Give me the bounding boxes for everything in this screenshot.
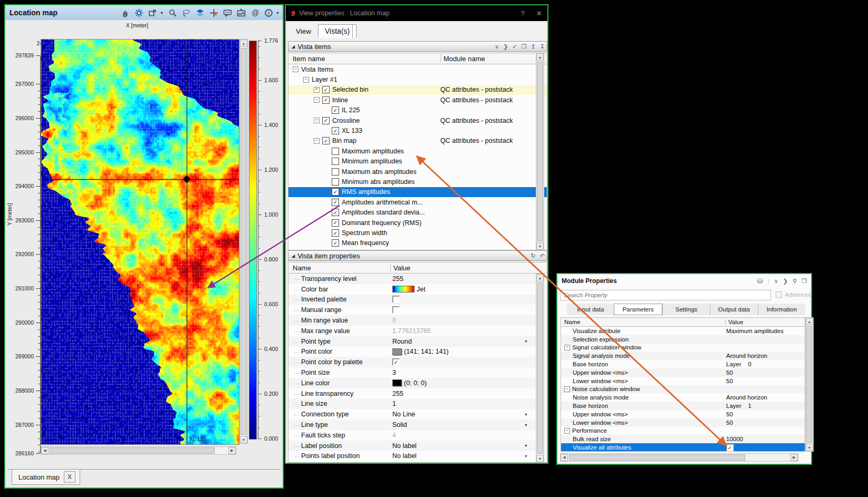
collapse-expander-icon[interactable]: − xyxy=(293,66,298,72)
module-property-row[interactable]: Bulk read size10000 xyxy=(561,435,805,443)
property-row[interactable]: Manual range xyxy=(288,305,535,315)
tree-item[interactable]: ✓IL 225 xyxy=(288,105,547,115)
checkbox-unchecked-icon[interactable] xyxy=(332,158,339,165)
checkbox-unchecked-icon[interactable] xyxy=(392,306,400,314)
chevron-down-icon[interactable]: ∨ xyxy=(495,43,499,50)
column-value[interactable]: Value xyxy=(728,319,744,325)
chevron-right-icon[interactable]: ❯ xyxy=(503,43,508,50)
checkbox-checked-icon[interactable]: ✓ xyxy=(322,96,330,104)
column-item-name[interactable]: Item name xyxy=(293,55,325,63)
jet-palette-swatch[interactable] xyxy=(392,286,414,293)
column-module-name[interactable]: Module name xyxy=(443,55,485,63)
scroll-right-button[interactable]: ▶ xyxy=(790,454,798,461)
module-horizontal-scrollbar[interactable]: ◀▶ xyxy=(560,453,798,462)
pan-hand-icon[interactable] xyxy=(121,8,130,17)
tree-item[interactable]: +✓Selected binQC attributes - poststack xyxy=(288,85,547,95)
property-row[interactable]: Inverted palette xyxy=(288,295,535,305)
collapse-expander-icon[interactable]: − xyxy=(564,386,570,392)
tab-view[interactable]: View xyxy=(289,25,318,38)
props-vertical-scrollbar[interactable]: ▲▼ xyxy=(536,274,544,463)
color-swatch[interactable] xyxy=(392,379,402,386)
module-property-row[interactable]: Noise analysis modeAround horizon xyxy=(561,393,805,402)
collapse-expander-icon[interactable]: − xyxy=(303,77,309,83)
scroll-left-button[interactable]: ◀ xyxy=(41,447,49,454)
scroll-up-button[interactable]: ▲ xyxy=(536,274,544,281)
module-property-row[interactable]: −Noise calculation window xyxy=(561,385,805,394)
module-vertical-scrollbar[interactable]: ▲▼ xyxy=(805,317,814,452)
dropdown-caret-icon[interactable]: ▼ xyxy=(276,11,279,15)
tree-item[interactable]: ✓RMS amplitudes xyxy=(288,187,547,197)
property-row[interactable]: Fault ticks step4 xyxy=(288,430,535,441)
checkbox-unchecked-icon[interactable] xyxy=(332,178,339,186)
dropdown-caret-icon[interactable]: ▼ xyxy=(524,423,528,427)
dropdown-caret-icon[interactable]: ▼ xyxy=(524,454,528,458)
module-property-row[interactable]: Base horizonLayer 1 xyxy=(561,402,805,410)
zoom-select-icon[interactable] xyxy=(148,8,157,17)
checkbox-checked-icon[interactable]: ✓ xyxy=(332,209,339,216)
tree-item[interactable]: Maximum abs amplitudes xyxy=(288,167,547,177)
comment-icon[interactable] xyxy=(223,8,232,17)
checkbox-checked-icon[interactable]: ✓ xyxy=(332,188,339,196)
checkbox-unchecked-icon[interactable] xyxy=(392,296,400,303)
dropdown-caret-icon[interactable]: ▼ xyxy=(160,11,163,15)
tree-item[interactable]: ✓Spectrum width xyxy=(288,228,547,238)
vista-items-section-header[interactable]: ◢ Vista items ∨❯✓❐↥↧ xyxy=(288,41,547,52)
upload-icon[interactable]: ↥ xyxy=(531,43,536,50)
tree-item[interactable]: ✓Amplitudes standard devia... xyxy=(288,208,547,218)
pin-icon[interactable]: ⚲ xyxy=(793,278,797,285)
scroll-up-button[interactable]: ▲ xyxy=(240,40,247,47)
tree-item[interactable]: ✓Amplitudes arithmetical m... xyxy=(288,197,547,207)
lasso-icon[interactable] xyxy=(182,8,191,17)
module-property-row[interactable]: Signal analysis modeAround horizon xyxy=(561,352,805,360)
checkbox-unchecked-icon[interactable] xyxy=(332,148,339,155)
column-divider[interactable] xyxy=(440,54,441,63)
tab-information[interactable]: Information xyxy=(758,304,805,315)
tree-vertical-scrollbar[interactable]: ▲▼ xyxy=(536,53,544,250)
property-row[interactable]: Line typeSolid▼ xyxy=(288,420,535,430)
property-row[interactable]: Point typeRound▼ xyxy=(288,336,535,347)
scroll-thumb[interactable] xyxy=(537,62,543,241)
refresh-icon[interactable]: ↻ xyxy=(531,252,536,259)
property-row[interactable]: Max range value1.776213765 xyxy=(288,326,535,336)
scroll-thumb[interactable] xyxy=(240,48,247,435)
scroll-thumb[interactable] xyxy=(50,447,215,454)
scroll-right-button[interactable]: ▶ xyxy=(228,447,236,454)
property-row[interactable]: Label positionNo label▼ xyxy=(288,441,535,451)
checkbox-checked-icon[interactable]: ✓ xyxy=(332,219,339,227)
checkbox-checked-icon[interactable]: ✓ xyxy=(332,239,339,247)
tree-item[interactable]: ✓Dominant frequency (RMS) xyxy=(288,218,547,228)
module-property-row[interactable]: Visualize all attributes✓ xyxy=(561,443,805,452)
scroll-thumb[interactable] xyxy=(537,282,543,454)
collapse-expander-icon[interactable]: − xyxy=(314,97,320,103)
close-button[interactable]: ✕ xyxy=(536,9,542,17)
scroll-left-button[interactable]: ◀ xyxy=(561,454,568,461)
map-vertical-scrollbar[interactable]: ▲▼ xyxy=(239,39,248,444)
checkbox-checked-icon[interactable]: ✓ xyxy=(726,444,734,451)
property-row[interactable]: Line size1 xyxy=(288,399,535,410)
property-row[interactable]: Min range value0 xyxy=(288,315,535,326)
color-swatch[interactable] xyxy=(392,348,402,355)
layers-icon[interactable] xyxy=(196,8,205,17)
scroll-down-button[interactable]: ▼ xyxy=(536,455,544,462)
property-row[interactable]: Point color by palette✓ xyxy=(288,357,535,367)
module-property-row[interactable]: Upper window <ms>50 xyxy=(561,368,805,377)
checkbox-checked-icon[interactable]: ✓ xyxy=(332,229,339,237)
checkbox-unchecked-icon[interactable] xyxy=(332,168,339,176)
tree-item[interactable]: Maximum amplitudes xyxy=(288,146,547,156)
collapse-expander-icon[interactable]: − xyxy=(314,138,320,144)
tab-vistas[interactable]: Vista(s) xyxy=(318,24,356,38)
tab-settings[interactable]: Settings xyxy=(662,304,710,315)
column-divider[interactable] xyxy=(390,264,391,272)
module-property-row[interactable]: Visualize attributeMaximum amplitudes xyxy=(561,327,805,335)
vista-item-properties-header[interactable]: ◢ Vista item properties ↻↶ xyxy=(288,250,547,261)
module-property-row[interactable]: −Performance xyxy=(561,427,805,435)
advanced-checkbox-box[interactable] xyxy=(776,291,782,298)
advanced-checkbox[interactable]: Advanced xyxy=(776,291,812,298)
module-property-row[interactable]: Selection expression xyxy=(561,335,805,344)
property-row[interactable]: Points label positionNo label▼ xyxy=(288,451,535,462)
module-property-row[interactable]: Lower window <ms>50 xyxy=(561,377,805,385)
checkbox-checked-icon[interactable]: ✓ xyxy=(322,117,330,124)
scroll-up-button[interactable]: ▲ xyxy=(536,53,544,61)
map-horizontal-scrollbar[interactable]: ◀▶ xyxy=(41,446,236,455)
tree-item[interactable]: ✓Mean frequency xyxy=(288,238,547,248)
